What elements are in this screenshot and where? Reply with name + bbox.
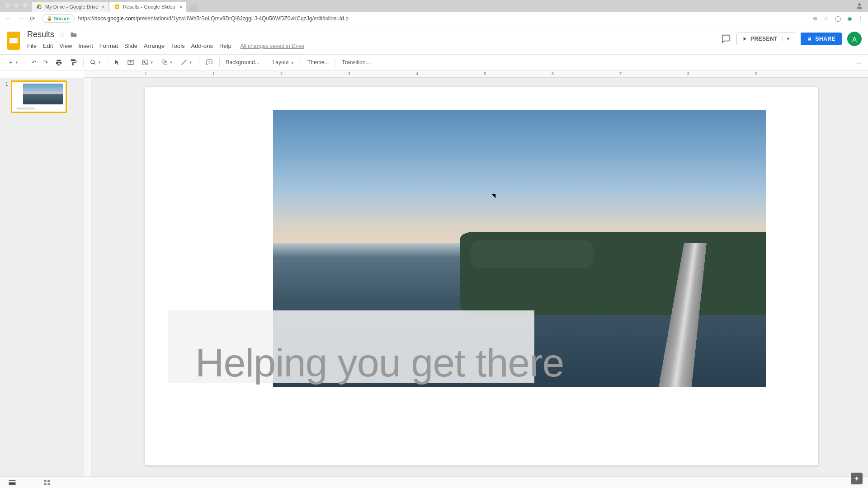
slide-number: 1 [5, 81, 8, 113]
close-icon[interactable]: × [179, 4, 183, 10]
zoom-button[interactable]: ▼ [87, 57, 104, 67]
mac-fullscreen[interactable] [23, 3, 28, 8]
secure-label: Secure [54, 16, 70, 21]
browser-tab-drive[interactable]: My Drive - Google Drive × [32, 2, 108, 12]
svg-rect-22 [9, 482, 16, 485]
collapse-toolbar-icon[interactable]: ︿ [856, 59, 862, 66]
mac-close[interactable] [5, 3, 10, 8]
menu-arrange[interactable]: Arrange [144, 42, 165, 49]
svg-rect-4 [116, 6, 118, 8]
browser-tab-bar: My Drive - Google Drive × Results - Goog… [0, 0, 868, 12]
mac-minimize[interactable] [14, 3, 19, 8]
menu-slide[interactable]: Slide [124, 42, 137, 49]
account-avatar[interactable]: A [847, 32, 862, 46]
move-to-folder-icon[interactable] [70, 31, 78, 38]
extension-icon[interactable]: ◯ [835, 15, 841, 22]
horizontal-ruler[interactable]: 1 1 2 3 4 5 6 7 8 9 [84, 70, 868, 78]
paint-format-button[interactable] [67, 57, 80, 68]
svg-rect-25 [44, 483, 47, 485]
comment-tool[interactable] [203, 57, 216, 68]
secure-chip[interactable]: 🔒 Secure [42, 14, 75, 23]
filmstrip-view-icon[interactable] [8, 479, 16, 486]
slide-thumbnail[interactable]: 1 Helping you get there [5, 80, 78, 113]
svg-point-16 [162, 60, 165, 63]
star-icon[interactable]: ☆ [59, 30, 65, 39]
textbox-tool[interactable] [124, 57, 137, 68]
tab-title: My Drive - Google Drive [45, 4, 98, 9]
menu-format[interactable]: Format [99, 42, 118, 49]
menu-view[interactable]: View [59, 42, 72, 49]
select-tool[interactable] [112, 57, 123, 67]
svg-rect-8 [808, 38, 811, 41]
back-button[interactable]: ← [5, 14, 12, 23]
menu-tools[interactable]: Tools [171, 42, 184, 49]
doc-title[interactable]: Results [27, 30, 54, 39]
extension-icon-2[interactable]: ◉ [847, 15, 852, 22]
menu-bar: File Edit View Insert Format Slide Arran… [27, 42, 304, 49]
image-tool[interactable]: ▼ [139, 57, 156, 68]
bottom-bar [0, 476, 868, 488]
reload-button[interactable]: ⟳ [30, 15, 35, 22]
menu-edit[interactable]: Edit [43, 42, 53, 49]
lock-icon: 🔒 [47, 16, 52, 21]
vertical-ruler[interactable] [84, 78, 91, 488]
svg-rect-14 [142, 60, 148, 65]
grid-view-icon[interactable] [43, 479, 51, 486]
svg-line-10 [94, 63, 95, 65]
svg-point-5 [858, 3, 861, 6]
slides-favicon-icon [114, 4, 120, 10]
tab-title: Results - Google Slides [123, 4, 175, 9]
svg-line-18 [181, 60, 186, 65]
new-tab-button[interactable] [189, 5, 198, 12]
menu-help[interactable]: Help [219, 42, 231, 49]
layout-button[interactable]: Layout ▼ [270, 57, 297, 67]
menu-file[interactable]: File [27, 42, 37, 49]
transition-button[interactable]: Transition... [339, 57, 373, 67]
theme-button[interactable]: Theme... [305, 57, 331, 67]
svg-rect-24 [47, 480, 50, 482]
mouse-cursor-icon: ◥ [491, 192, 495, 199]
redo-button[interactable]: ↷ [41, 57, 51, 67]
slide-canvas[interactable]: ◥ Helping you get there [145, 87, 818, 465]
shape-tool[interactable]: ▼ [158, 57, 176, 68]
browser-tab-slides[interactable]: Results - Google Slides × [109, 2, 186, 12]
drive-favicon-icon [36, 4, 42, 10]
toolbar: ＋▼ ↶ ↷ ▼ ▼ ▼ ▼ Background... Layout ▼ Th… [0, 54, 868, 70]
docs-header: Results ☆ File Edit View Insert Format S… [0, 25, 868, 54]
bookmark-icon[interactable]: ☆ [824, 15, 829, 22]
forward-button: → [17, 14, 24, 23]
save-status[interactable]: All changes saved in Drive [241, 43, 304, 49]
slides-logo-icon[interactable] [5, 30, 22, 52]
line-tool[interactable]: ▼ [178, 57, 195, 68]
present-dropdown-icon[interactable]: ▼ [782, 37, 790, 41]
canvas-area[interactable]: ◥ Helping you get there [84, 78, 868, 488]
svg-rect-26 [47, 483, 50, 485]
present-button[interactable]: PRESENT ▼ [736, 33, 796, 45]
address-bar: ← → ⟳ 🔒 Secure https://docs.google.com/p… [0, 12, 868, 25]
url-display[interactable]: https://docs.google.com/presentation/d/1… [78, 15, 813, 22]
share-button[interactable]: SHARE [801, 33, 842, 45]
explore-button[interactable]: ✦ [851, 473, 863, 484]
comments-icon[interactable] [721, 34, 731, 44]
new-slide-button[interactable]: ＋▼ [5, 57, 21, 68]
svg-rect-7 [9, 38, 18, 43]
svg-rect-21 [9, 480, 16, 481]
menu-insert[interactable]: Insert [78, 42, 93, 49]
undo-button[interactable]: ↶ [29, 57, 39, 67]
slide-title-text[interactable]: Helping you get there [195, 340, 564, 386]
svg-point-9 [91, 60, 94, 64]
chrome-menu-icon[interactable]: ⋮ [858, 15, 863, 22]
print-button[interactable] [52, 57, 65, 68]
svg-rect-23 [44, 480, 47, 482]
filmstrip[interactable]: 1 Helping you get there [0, 78, 84, 488]
zoom-icon[interactable]: ⊕ [813, 15, 817, 22]
close-icon[interactable]: × [101, 4, 105, 10]
background-button[interactable]: Background... [223, 57, 262, 67]
chrome-profile-icon[interactable] [855, 2, 863, 10]
menu-addons[interactable]: Add-ons [191, 42, 213, 49]
